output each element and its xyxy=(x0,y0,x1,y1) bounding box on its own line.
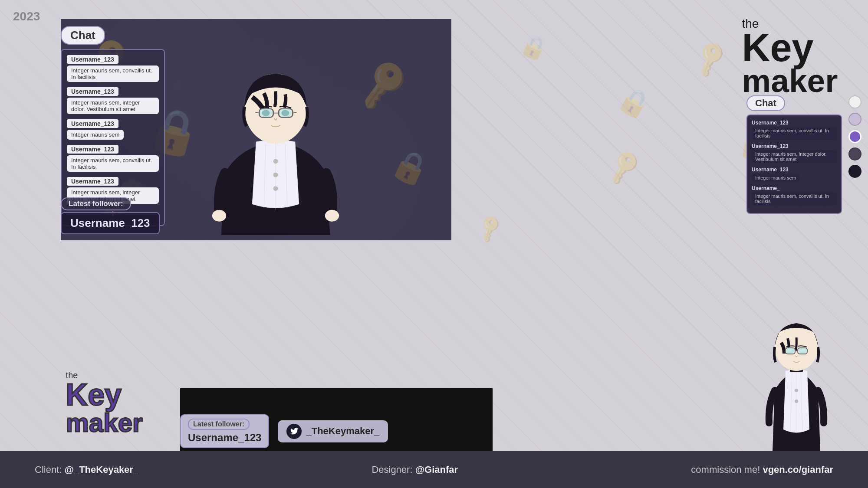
swatch-dark-purple[interactable] xyxy=(848,147,861,160)
svg-point-13 xyxy=(262,110,270,116)
top-right-logo: the Key maker xyxy=(716,19,864,97)
chat-username-2: Username_123 xyxy=(67,87,118,96)
chat-username-3: Username_123 xyxy=(67,119,118,128)
svg-point-21 xyxy=(325,210,339,222)
swatch-near-black[interactable] xyxy=(848,165,861,178)
footer-client-handle: @_TheKeyaker_ xyxy=(64,464,138,475)
svg-point-5 xyxy=(273,159,278,164)
chat-message-3: Username_123 Integer mauris sem xyxy=(67,119,159,140)
latest-follower-panel: Latest follower: Username_123 xyxy=(61,197,160,234)
right-chat-bubble-1: Integer mauris sem, convallis ut. In fac… xyxy=(752,127,837,140)
right-chat-box: Username_123 Integer mauris sem, convall… xyxy=(746,115,842,214)
right-chat-bubble-2: Integer mauris sem, Integer dolor. Vesti… xyxy=(752,150,837,163)
chat-text-4: Integer mauris sem, convallis ut. In fac… xyxy=(67,155,159,172)
svg-point-20 xyxy=(212,210,226,222)
chat-username-4: Username_123 xyxy=(67,145,118,154)
right-chat-panel: Chat Username_123 Integer mauris sem, co… xyxy=(746,95,842,214)
bottom-left-logo: the Key maker xyxy=(35,356,174,451)
color-swatches xyxy=(848,95,861,178)
svg-point-25 xyxy=(795,389,798,392)
footer-bar: Client: @_TheKeyaker_ Designer: @Gianfar… xyxy=(0,451,868,488)
bottom-lf-username: Username_123 xyxy=(188,432,261,444)
latest-follower-label: Latest follower: xyxy=(61,197,131,210)
footer-designer-label: Designer: xyxy=(372,464,412,475)
right-chat-user-1: Username_123 xyxy=(752,120,837,126)
bottom-logo-text: the Key maker xyxy=(66,371,143,436)
svg-point-14 xyxy=(281,110,289,116)
right-chat-user-3: Username_123 xyxy=(752,167,837,173)
chat-message-1: Username_123 Integer mauris sem, convall… xyxy=(67,55,159,82)
bottom-lf-container: Latest follower: Username_123 xyxy=(180,414,269,448)
footer-client-label: Client: xyxy=(35,464,62,475)
footer-designer-handle: @Gianfar xyxy=(415,464,458,475)
swatch-light-purple[interactable] xyxy=(848,113,861,126)
svg-point-7 xyxy=(273,186,278,191)
chat-username-5: Username_123 xyxy=(67,177,118,186)
twitter-icon xyxy=(286,424,302,439)
twitter-handle-text: _TheKeymaker_ xyxy=(306,426,379,437)
right-chat-msg-3: Username_123 Integer mauris sem xyxy=(752,167,837,182)
swatch-purple[interactable] xyxy=(848,130,861,143)
bottom-latest-follower-area: Latest follower: Username_123 _TheKeymak… xyxy=(180,414,388,448)
main-chat-panel: Chat Username_123 Integer mauris sem, co… xyxy=(61,26,165,226)
footer-commission: commission me! vgen.co/gianfar xyxy=(691,464,833,475)
logo-title: the Key maker xyxy=(742,17,838,98)
right-chat-bubble-3: Integer mauris sem xyxy=(752,174,799,182)
chat-message-4: Username_123 Integer mauris sem, convall… xyxy=(67,145,159,172)
footer-designer: Designer: @Gianfar xyxy=(372,464,458,475)
character-small-svg xyxy=(749,304,844,451)
bottom-lf-label: Latest follower: xyxy=(188,419,250,430)
footer-commission-text: commission me! xyxy=(691,464,760,475)
bottom-logo-maker: maker xyxy=(66,410,143,436)
chat-username-1: Username_123 xyxy=(67,55,118,64)
right-chat-msg-1: Username_123 Integer mauris sem, convall… xyxy=(752,120,837,140)
swatch-white[interactable] xyxy=(848,95,861,108)
footer-commission-url: vgen.co/gianfar xyxy=(763,464,833,475)
right-chat-user-4: Username_ xyxy=(752,185,837,191)
chat-text-3: Integer mauris sem xyxy=(67,130,124,140)
svg-point-26 xyxy=(795,400,798,403)
latest-follower-username: Username_123 xyxy=(61,212,160,234)
logo-maker: maker xyxy=(742,63,838,99)
chat-text-1: Integer mauris sem, convallis ut. In fac… xyxy=(67,66,159,82)
right-chat-msg-2: Username_123 Integer mauris sem, Integer… xyxy=(752,143,837,163)
right-chat-user-2: Username_123 xyxy=(752,143,837,149)
svg-point-6 xyxy=(273,173,278,177)
chat-message-2: Username_123 Integer mauris sem, integer… xyxy=(67,87,159,114)
chat-text-2: Integer mauris sem, integer dolor. Vesti… xyxy=(67,98,159,114)
footer-client: Client: @_TheKeyaker_ xyxy=(35,464,138,475)
year-label: 2023 xyxy=(13,10,40,23)
twitter-handle: _TheKeymaker_ xyxy=(278,420,388,442)
chat-title-badge: Chat xyxy=(61,26,105,45)
right-chat-msg-4: Username_ Integer mauris sem, convallis … xyxy=(752,185,837,205)
character-small xyxy=(749,304,844,451)
right-chat-bubble-4: Integer mauris sem, convallis ut. In fac… xyxy=(752,192,837,205)
bottom-logo-key: Key xyxy=(66,380,143,410)
right-chat-title: Chat xyxy=(746,95,785,111)
character-main xyxy=(163,28,388,240)
